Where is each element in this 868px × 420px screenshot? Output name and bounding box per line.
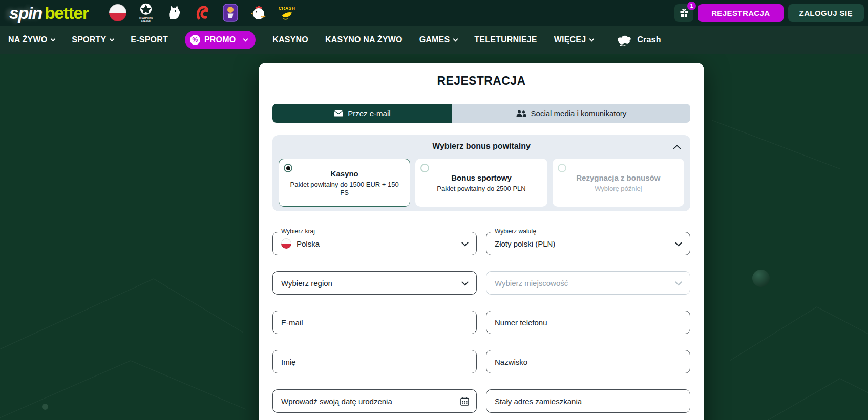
- main-nav: NA ŻYWO SPORTY E-SPORT % PROMO KASYNO KA…: [0, 26, 868, 54]
- first-name-input[interactable]: [281, 350, 468, 373]
- nav-label: PROMO: [204, 35, 236, 45]
- gates-of-olympus-icon[interactable]: [221, 2, 240, 24]
- email-field: [272, 311, 477, 334]
- nav-item-kasyno-na-zywo[interactable]: KASYNO NA ŻYWO: [325, 35, 403, 45]
- bonus-option-title: Bonus sportowy: [451, 173, 512, 182]
- svg-text:LEAGUE: LEAGUE: [141, 20, 151, 23]
- bonus-option-description: Pakiet powitalny do 2500 PLN: [437, 185, 525, 193]
- chevron-down-icon: [675, 242, 682, 247]
- currency-select[interactable]: Wybierz walutę Złoty polski (PLN): [486, 232, 690, 255]
- chevron-down-icon: [51, 36, 56, 41]
- bonus-option-kasyno[interactable]: Kasyno Pakiet powitalny do 1500 EUR + 15…: [279, 159, 410, 207]
- nav-item-promo[interactable]: % PROMO: [185, 31, 256, 49]
- first-name-field: [272, 350, 477, 373]
- currency-value: Złoty polski (PLN): [495, 239, 555, 248]
- login-button[interactable]: ZALOGUJ SIĘ: [788, 4, 864, 22]
- currency-label: Wybierz walutę: [492, 228, 539, 235]
- poland-flag: [109, 4, 126, 21]
- calendar-icon[interactable]: [460, 397, 469, 406]
- champions-league-logo: CHAMPIONS LEAGUE: [138, 2, 154, 24]
- tab-by-email[interactable]: Przez e-mail: [272, 104, 452, 123]
- bonus-option-description: Pakiet powitalny do 1500 EUR + 150 FS: [286, 181, 403, 197]
- promo-icon-strip: CHAMPIONS LEAGUE: [109, 0, 296, 26]
- address-input[interactable]: [495, 390, 682, 412]
- bonus-option-title: Rezygnacja z bonusów: [576, 173, 660, 182]
- envelope-icon: [334, 110, 343, 117]
- poland-flag-icon[interactable]: [109, 2, 127, 24]
- crash-logo: CRASH: [278, 4, 295, 21]
- tab-social-media[interactable]: Social media i komunikatory: [452, 104, 690, 123]
- phone-field: [486, 311, 690, 334]
- nav-item-crash[interactable]: Crash: [617, 34, 661, 46]
- laliga-mark: [195, 5, 210, 20]
- logo-spin-text: spin: [9, 3, 42, 23]
- register-button[interactable]: REJESTRACJA: [698, 4, 783, 22]
- poland-flag-icon: [281, 238, 291, 249]
- city-select[interactable]: Wybierz miejscowość: [486, 271, 690, 295]
- bonus-panel: Wybierz bonus powitalny Kasyno Pakiet po…: [272, 135, 690, 211]
- region-select[interactable]: Wybierz region: [272, 271, 477, 295]
- chevron-up-icon: [673, 145, 681, 149]
- birth-date-input[interactable]: [281, 390, 468, 412]
- laliga-icon[interactable]: [193, 2, 211, 24]
- country-value: Polska: [297, 239, 320, 248]
- chevron-down-icon: [589, 36, 595, 41]
- tab-label: Social media i komunikatory: [531, 109, 627, 118]
- page-title: REJESTRACJA: [272, 74, 690, 90]
- crash-game-icon[interactable]: CRASH: [278, 2, 296, 24]
- nav-item-kasyno[interactable]: KASYNO: [272, 35, 308, 45]
- tab-label: Przez e-mail: [348, 109, 390, 118]
- phone-input[interactable]: [495, 311, 682, 334]
- email-input[interactable]: [281, 311, 468, 334]
- nav-item-na-zywo[interactable]: NA ŻYWO: [8, 35, 55, 45]
- bonus-option-title: Kasyno: [331, 169, 358, 178]
- nav-label: SPORTY: [72, 35, 106, 45]
- chicken-game-icon[interactable]: [249, 2, 268, 24]
- top-header: spin better CHAMPIONS LEAGUE: [0, 0, 868, 26]
- nav-item-e-sport[interactable]: E-SPORT: [131, 35, 168, 45]
- chevron-down-icon: [110, 36, 115, 41]
- country-select[interactable]: Wybierz kraj Polska: [272, 232, 477, 255]
- registration-modal: REJESTRACJA Przez e-mail Social media i …: [259, 63, 704, 420]
- logo-better-text: better: [45, 3, 88, 23]
- nav-label: NA ŻYWO: [8, 35, 47, 45]
- champions-league-icon[interactable]: CHAMPIONS LEAGUE: [137, 2, 155, 24]
- bonus-option-rezygnacja[interactable]: Rezygnacja z bonusów Wybiorę później: [553, 159, 684, 207]
- nav-item-games[interactable]: GAMES: [419, 35, 458, 45]
- chevron-down-icon: [675, 281, 682, 286]
- percent-icon: %: [190, 35, 200, 45]
- chicken-logo: [251, 5, 266, 21]
- nav-item-sporty[interactable]: SPORTY: [72, 35, 114, 45]
- nav-label: GAMES: [419, 35, 450, 45]
- gift-button[interactable]: 1: [674, 4, 693, 22]
- nav-label: KASYNO NA ŻYWO: [325, 35, 403, 45]
- logo[interactable]: spin better: [9, 3, 88, 23]
- last-name-field: [486, 350, 690, 373]
- collapse-button[interactable]: [673, 143, 681, 151]
- last-name-input[interactable]: [495, 350, 682, 373]
- country-label: Wybierz kraj: [279, 228, 317, 235]
- nav-label: WIĘCEJ: [554, 35, 586, 45]
- chevron-down-icon: [453, 36, 458, 41]
- region-placeholder: Wybierz region: [281, 279, 332, 288]
- svg-text:CHAMPIONS: CHAMPIONS: [139, 17, 153, 19]
- nav-label: E-SPORT: [131, 35, 168, 45]
- bonus-option-description: Wybiorę później: [595, 185, 642, 193]
- bonus-title: Wybierz bonus powitalny: [279, 142, 684, 151]
- address-field: [486, 389, 690, 413]
- chevron-down-icon: [461, 281, 469, 286]
- bonus-options: Kasyno Pakiet powitalny do 1500 EUR + 15…: [279, 159, 684, 207]
- nav-item-teleturnieje[interactable]: TELETURNIEJE: [474, 35, 537, 45]
- registration-form: Wybierz kraj Polska Wybierz walutę Złoty…: [272, 232, 690, 413]
- premier-league-icon[interactable]: [165, 2, 183, 24]
- chevron-down-icon: [243, 36, 248, 41]
- city-placeholder: Wybierz miejscowość: [495, 279, 568, 288]
- birth-date-field: [272, 389, 477, 413]
- nav-item-wiecej[interactable]: WIĘCEJ: [554, 35, 594, 45]
- premier-league-lion: [167, 4, 181, 21]
- people-icon: [516, 110, 526, 117]
- registration-tabs: Przez e-mail Social media i komunikatory: [272, 104, 690, 123]
- bonus-option-sportowy[interactable]: Bonus sportowy Pakiet powitalny do 2500 …: [415, 159, 547, 207]
- header-actions: 1 REJESTRACJA ZALOGUJ SIĘ: [674, 0, 864, 26]
- nav-label: TELETURNIEJE: [474, 35, 537, 45]
